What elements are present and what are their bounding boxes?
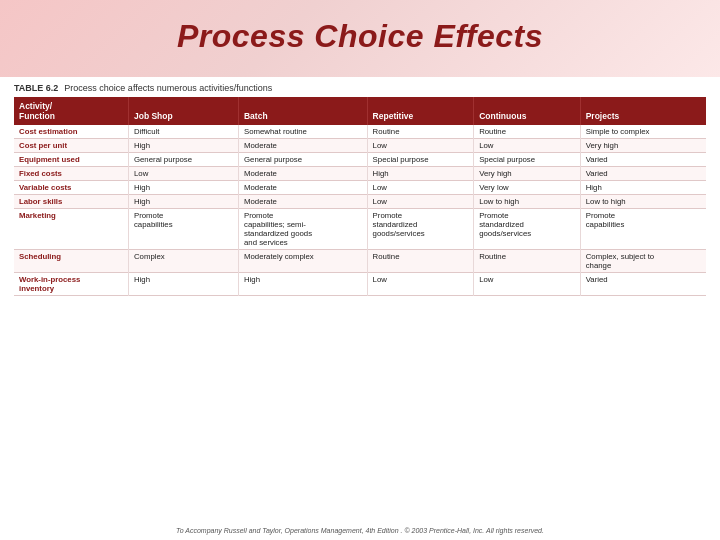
table-label: TABLE 6.2Process choice affects numerous…: [14, 83, 706, 93]
col-header-jobshop: Job Shop: [128, 97, 238, 125]
table-row: Labor skills High Moderate Low Low to hi…: [14, 195, 706, 209]
table-row: Equipment used General purpose General p…: [14, 153, 706, 167]
cell: Low: [128, 167, 238, 181]
table-row: Marketing Promotecapabilities Promotecap…: [14, 209, 706, 250]
cell: Promotestandardizedgoods/services: [474, 209, 581, 250]
cell: High: [128, 273, 238, 296]
col-header-repetitive: Repetitive: [367, 97, 474, 125]
table-row: Variable costs High Moderate Low Very lo…: [14, 181, 706, 195]
cell: General purpose: [238, 153, 367, 167]
cell: Routine: [474, 125, 581, 139]
table-section: TABLE 6.2Process choice affects numerous…: [0, 77, 720, 300]
cell: High: [128, 139, 238, 153]
table-row: Cost per unit High Moderate Low Low Very…: [14, 139, 706, 153]
cell: Low: [474, 139, 581, 153]
cell: Special purpose: [367, 153, 474, 167]
cell: Moderate: [238, 181, 367, 195]
cell: Special purpose: [474, 153, 581, 167]
footer: To Accompany Russell and Taylor, Operati…: [0, 527, 720, 534]
cell: Low: [474, 273, 581, 296]
cell: Varied: [580, 153, 706, 167]
cell: Complex: [128, 250, 238, 273]
cell: Difficult: [128, 125, 238, 139]
col-header-projects: Projects: [580, 97, 706, 125]
cell: Low: [367, 181, 474, 195]
table-row: Fixed costs Low Moderate High Very high …: [14, 167, 706, 181]
row-label: Labor skills: [14, 195, 128, 209]
cell: Varied: [580, 167, 706, 181]
cell: High: [128, 195, 238, 209]
cell: Complex, subject tochange: [580, 250, 706, 273]
col-header-continuous: Continuous: [474, 97, 581, 125]
cell: Very high: [580, 139, 706, 153]
table-row: Cost estimation Difficult Somewhat routi…: [14, 125, 706, 139]
page: Process Choice Effects TABLE 6.2Process …: [0, 0, 720, 540]
cell: Low: [367, 273, 474, 296]
cell: Very low: [474, 181, 581, 195]
row-label: Variable costs: [14, 181, 128, 195]
title-section: Process Choice Effects: [0, 0, 720, 77]
row-label: Work-in-processinventory: [14, 273, 128, 296]
row-label: Equipment used: [14, 153, 128, 167]
cell: Moderate: [238, 167, 367, 181]
table-row: Work-in-processinventory High High Low L…: [14, 273, 706, 296]
cell: Very high: [474, 167, 581, 181]
cell: Routine: [474, 250, 581, 273]
col-header-activity: Activity/Function: [14, 97, 128, 125]
cell: Low to high: [580, 195, 706, 209]
cell: Routine: [367, 125, 474, 139]
cell: General purpose: [128, 153, 238, 167]
table-header-row: Activity/Function Job Shop Batch Repetit…: [14, 97, 706, 125]
row-label: Fixed costs: [14, 167, 128, 181]
cell: High: [580, 181, 706, 195]
cell: Promotecapabilities: [580, 209, 706, 250]
row-label: Cost per unit: [14, 139, 128, 153]
row-label: Scheduling: [14, 250, 128, 273]
cell: Simple to complex: [580, 125, 706, 139]
row-label: Marketing: [14, 209, 128, 250]
cell: Moderate: [238, 195, 367, 209]
row-label: Cost estimation: [14, 125, 128, 139]
page-title: Process Choice Effects: [40, 18, 680, 55]
cell: Moderately complex: [238, 250, 367, 273]
cell: Moderate: [238, 139, 367, 153]
cell: High: [367, 167, 474, 181]
process-choice-table: Activity/Function Job Shop Batch Repetit…: [14, 97, 706, 296]
col-header-batch: Batch: [238, 97, 367, 125]
cell: Low: [367, 195, 474, 209]
table-row: Scheduling Complex Moderately complex Ro…: [14, 250, 706, 273]
cell: Low to high: [474, 195, 581, 209]
cell: Promotestandardizedgoods/services: [367, 209, 474, 250]
cell: Promotecapabilities: [128, 209, 238, 250]
cell: Low: [367, 139, 474, 153]
cell: High: [238, 273, 367, 296]
cell: Routine: [367, 250, 474, 273]
cell: Somewhat routine: [238, 125, 367, 139]
cell: Promotecapabilities; semi-standardized g…: [238, 209, 367, 250]
cell: Varied: [580, 273, 706, 296]
cell: High: [128, 181, 238, 195]
